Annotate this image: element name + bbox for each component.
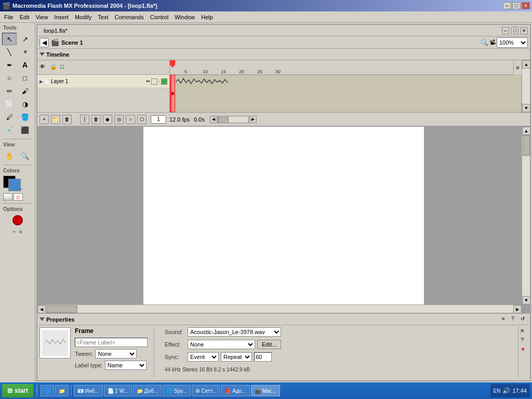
straighten-option[interactable]: + (19, 228, 23, 236)
taskbar-app-folder[interactable]: 📁 Доб... (133, 385, 162, 392)
insert-frame-btn[interactable]: | (80, 115, 89, 124)
layer-row[interactable]: ▶ 📄 Layer 1 ✏ · (37, 75, 169, 88)
edit-button[interactable]: Edit... (257, 340, 281, 349)
stage-canvas[interactable] (143, 127, 424, 313)
menu-commands[interactable]: Commands (111, 13, 147, 21)
props-menu-btn[interactable]: ≡ (502, 316, 509, 323)
props-action-3[interactable]: ✶ (521, 346, 528, 353)
zoom-view-tool[interactable]: 🔍 (18, 150, 32, 162)
menu-text[interactable]: Text (95, 13, 111, 21)
timeline-hscroll-thumb[interactable] (218, 117, 229, 123)
onion-skin-outlines-btn[interactable]: ○ (126, 115, 135, 124)
menu-help[interactable]: Help (198, 13, 216, 21)
canvas-scroll-up[interactable]: ▲ (522, 127, 530, 135)
edit-multiple-frames-btn[interactable]: ⬡ (137, 115, 147, 124)
insert-keyframe-btn[interactable]: ◆ (103, 115, 112, 124)
tween-select[interactable]: None Motion Shape (95, 349, 137, 358)
zoom-select[interactable]: 100% 50% 200% (497, 37, 528, 48)
delete-frame-btn[interactable]: 🗑 (91, 115, 101, 124)
frame-label-input[interactable] (75, 338, 148, 347)
menu-insert[interactable]: Insert (51, 13, 72, 21)
taskbar-ie[interactable]: 🌐 (41, 385, 54, 392)
fill-transform-tool[interactable]: ◑ (18, 98, 32, 110)
menu-edit[interactable]: Edit (17, 13, 33, 21)
lasso-tool[interactable]: ⌖ (18, 46, 32, 58)
restore-button[interactable]: □ (512, 2, 521, 9)
taskbar-app-word[interactable]: 📄 2 W... (104, 385, 132, 392)
line-tool[interactable]: ╲ (2, 46, 17, 58)
eraser-tool[interactable]: ⬛ (18, 124, 32, 136)
close-button[interactable]: ✕ (522, 2, 530, 9)
delete-layer-btn[interactable]: 🗑 (62, 115, 72, 124)
add-layer-btn[interactable]: + (39, 115, 49, 124)
taskbar-app-adobe[interactable]: 📕 Адо... (221, 385, 249, 392)
repeat-select[interactable]: Repeat Loop (221, 352, 252, 362)
canvas-vthumb[interactable] (523, 135, 530, 156)
default-colors-btn[interactable] (3, 193, 12, 201)
props-action-1[interactable]: ≡ (521, 327, 528, 335)
start-button[interactable]: ⊞ start (2, 384, 33, 392)
text-tool[interactable]: A (18, 59, 32, 71)
layers-header: 👁 🔒 □ (37, 60, 169, 75)
timeline-hscroll-track[interactable] (218, 116, 249, 123)
free-transform-tool[interactable]: ⬜ (2, 98, 17, 110)
props-cycle-btn[interactable]: ↺ (521, 316, 528, 323)
taskbar-app-mail[interactable]: 📧 Инб... (74, 385, 103, 392)
timeline-scroll-up[interactable]: ▲ (522, 60, 530, 69)
no-color-btn[interactable]: ∅ (14, 193, 23, 201)
smooth-option[interactable]: ~ (12, 228, 16, 236)
timeline-scroll-right[interactable]: ▶ (249, 116, 257, 123)
effect-select[interactable]: None Left Channel Right Channel Fade In … (188, 340, 255, 349)
label-type-select[interactable]: Name (105, 361, 147, 370)
pen-tool[interactable]: ✒ (2, 59, 17, 71)
frame-input[interactable] (151, 115, 166, 124)
subselect-tool[interactable]: ↗ (18, 33, 32, 45)
pencil-tool[interactable]: ✏ (2, 85, 17, 97)
timeline-scroll-down[interactable]: ▼ (522, 104, 530, 112)
canvas-hthumb[interactable] (46, 305, 77, 313)
hand-tool[interactable]: ✋ (2, 150, 17, 162)
systray-sound[interactable]: 🔊 (502, 387, 510, 392)
frames-ruler: 5 10 15 20 25 30 ≡ (170, 60, 522, 75)
frames-collapse-btn[interactable]: ≡ (513, 60, 522, 75)
oval-tool[interactable]: ○ (2, 72, 17, 84)
add-layer-folder-btn[interactable]: 📁 (51, 115, 60, 124)
timeline-scroll-left[interactable]: ◀ (210, 116, 217, 123)
layer-outline-toggle[interactable] (161, 78, 167, 85)
current-frame-display (151, 115, 166, 124)
menu-window[interactable]: Window (171, 13, 198, 21)
arrow-tool[interactable]: ↖ (2, 33, 17, 45)
canvas-scroll-left[interactable]: ◀ (37, 305, 46, 313)
layer-edit-icon[interactable]: ✏ (146, 78, 150, 84)
sound-select[interactable]: Acoustic-Jason_Le-3978.wav (188, 327, 281, 337)
taskbar-app-browser[interactable]: 🌐 Spy... (163, 385, 191, 392)
minimize-button[interactable]: ─ (503, 2, 511, 9)
canvas-scroll-right[interactable]: ▶ (513, 305, 522, 313)
onion-skin-btn[interactable]: ◎ (114, 115, 124, 124)
taskbar-folder[interactable]: 📁 (55, 385, 69, 392)
menu-modify[interactable]: Modify (72, 13, 95, 21)
swap-colors-btn[interactable]: ↔ (19, 187, 23, 191)
ink-bottle-tool[interactable]: 🖊 (2, 111, 17, 123)
back-button[interactable]: ◀ (39, 38, 49, 47)
doc-close-button[interactable]: ✕ (521, 27, 528, 34)
taskbar-app-settings[interactable]: ⚙ Сетт... (192, 385, 220, 392)
layer-visible-toggle[interactable] (151, 78, 157, 85)
props-help-btn[interactable]: ? (511, 316, 518, 323)
repeat-count-input[interactable] (254, 352, 272, 362)
brush-tool[interactable]: 🖌 (18, 85, 32, 97)
eyedropper-tool[interactable]: 💉 (2, 124, 17, 136)
taskbar-app-flash[interactable]: 🎬 Mac... (251, 385, 280, 392)
menu-file[interactable]: File (1, 13, 17, 21)
doc-restore-button[interactable]: □ (511, 27, 518, 34)
paint-bucket-tool[interactable]: 🪣 (18, 111, 32, 123)
rect-tool[interactable]: □ (18, 72, 32, 84)
menu-view[interactable]: View (33, 13, 51, 21)
menu-control[interactable]: Control (147, 13, 171, 21)
playhead-marker[interactable] (170, 60, 175, 74)
props-action-2[interactable]: ? (521, 337, 528, 344)
sync-select[interactable]: Event Start Stop Stream (188, 352, 219, 362)
canvas-scroll-down[interactable]: ▼ (522, 296, 530, 304)
doc-minimize-button[interactable]: ─ (502, 27, 509, 34)
magnet-tool[interactable] (12, 215, 23, 225)
